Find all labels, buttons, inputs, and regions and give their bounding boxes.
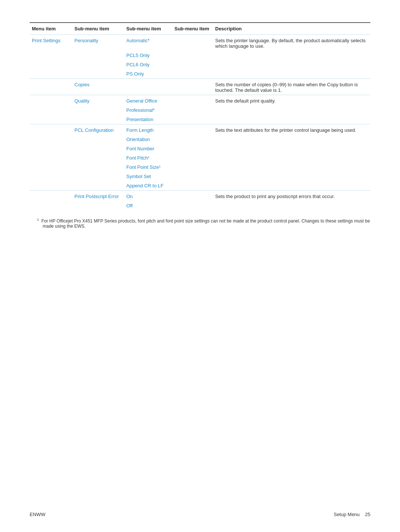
- cell-sub1: Personality: [72, 35, 124, 51]
- cell-sub3: [172, 181, 213, 191]
- col-header-sub3: Sub-menu item: [172, 23, 213, 35]
- cell-menu-item: [30, 106, 72, 115]
- cell-sub3: [172, 153, 213, 163]
- cell-sub1: [72, 51, 124, 60]
- table-row: Presentation: [30, 115, 370, 124]
- cell-sub3: [172, 144, 213, 153]
- footnote-marker: 1: [37, 218, 39, 221]
- cell-menu-item: [30, 201, 72, 210]
- cell-description: [213, 172, 370, 181]
- cell-sub1: Print Postscript Error: [72, 191, 124, 201]
- cell-sub3: [172, 172, 213, 181]
- cell-menu-item: [30, 163, 72, 172]
- cell-description: [213, 135, 370, 144]
- cell-sub2: Symbol Set: [124, 172, 172, 181]
- cell-sub2: Automatic*: [124, 35, 172, 51]
- cell-menu-item: Print Settings: [30, 35, 72, 51]
- cell-menu-item: [30, 144, 72, 153]
- cell-sub3: [172, 201, 213, 210]
- cell-sub1: [72, 69, 124, 79]
- cell-sub3: [172, 51, 213, 60]
- table-row: Print SettingsPersonalityAutomatic*Sets …: [30, 35, 370, 51]
- footer-right: Setup Menu 25: [334, 512, 370, 517]
- table-row: Off: [30, 201, 370, 210]
- cell-description: Sets the default print quality.: [213, 95, 370, 106]
- cell-description: Sets the text attributes for the printer…: [213, 124, 370, 135]
- cell-menu-item: [30, 191, 72, 201]
- cell-description: [213, 69, 370, 79]
- page-container: Menu item Sub-menu item Sub-menu item Su…: [0, 0, 400, 258]
- cell-sub3: [172, 124, 213, 135]
- cell-sub2: Append CR to LF: [124, 181, 172, 191]
- cell-menu-item: [30, 153, 72, 163]
- cell-menu-item: [30, 95, 72, 106]
- cell-menu-item: [30, 135, 72, 144]
- table-row: PS Only: [30, 69, 370, 79]
- cell-sub2: Professional*: [124, 106, 172, 115]
- col-header-sub1: Sub-menu item: [72, 23, 124, 35]
- cell-sub3: [172, 106, 213, 115]
- cell-sub1: [72, 181, 124, 191]
- cell-menu-item: [30, 60, 72, 69]
- cell-description: [213, 106, 370, 115]
- cell-sub2: Off: [124, 201, 172, 210]
- table-row: QualityGeneral OfficeSets the default pr…: [30, 95, 370, 106]
- cell-description: [213, 51, 370, 60]
- cell-sub1: [72, 115, 124, 124]
- cell-sub2: PS Only: [124, 69, 172, 79]
- cell-menu-item: [30, 51, 72, 60]
- cell-sub1: [72, 60, 124, 69]
- cell-sub3: [172, 35, 213, 51]
- cell-sub1: [72, 144, 124, 153]
- cell-sub3: [172, 79, 213, 95]
- cell-sub2: PCL6 Only: [124, 60, 172, 69]
- cell-menu-item: [30, 115, 72, 124]
- cell-menu-item: [30, 172, 72, 181]
- cell-sub3: [172, 60, 213, 69]
- cell-description: [213, 181, 370, 191]
- cell-sub2: Orientation: [124, 135, 172, 144]
- cell-menu-item: [30, 79, 72, 95]
- cell-description: [213, 144, 370, 153]
- cell-sub2: Font Pitch¹: [124, 153, 172, 163]
- settings-table: Menu item Sub-menu item Sub-menu item Su…: [30, 22, 370, 210]
- cell-sub1: [72, 135, 124, 144]
- cell-sub1: Copies: [72, 79, 124, 95]
- cell-sub3: [172, 135, 213, 144]
- cell-sub2: Font Point Size¹: [124, 163, 172, 172]
- cell-description: [213, 153, 370, 163]
- cell-description: [213, 60, 370, 69]
- cell-sub3: [172, 95, 213, 106]
- cell-sub3: [172, 191, 213, 201]
- cell-description: Sets the product to print any postscript…: [213, 191, 370, 201]
- cell-description: Sets the printer language. By default, t…: [213, 35, 370, 51]
- cell-sub1: Quality: [72, 95, 124, 106]
- cell-description: Sets the number of copies (0–99) to make…: [213, 79, 370, 95]
- cell-sub2: General Office: [124, 95, 172, 106]
- cell-menu-item: [30, 69, 72, 79]
- table-row: Append CR to LF: [30, 181, 370, 191]
- table-row: Font Pitch¹: [30, 153, 370, 163]
- cell-sub1: [72, 106, 124, 115]
- cell-sub3: [172, 69, 213, 79]
- table-row: Font Number: [30, 144, 370, 153]
- cell-sub2: On: [124, 191, 172, 201]
- footnote-text: 1 For HP Officejet Pro X451 MFP Series p…: [37, 218, 370, 229]
- cell-sub2: Presentation: [124, 115, 172, 124]
- table-header-row: Menu item Sub-menu item Sub-menu item Su…: [30, 23, 370, 35]
- cell-sub2: PCL5 Only: [124, 51, 172, 60]
- footnote-area: 1 For HP Officejet Pro X451 MFP Series p…: [30, 218, 370, 229]
- table-row: Print Postscript ErrorOnSets the product…: [30, 191, 370, 201]
- cell-sub1: [72, 153, 124, 163]
- table-row: Orientation: [30, 135, 370, 144]
- cell-sub3: [172, 163, 213, 172]
- cell-menu-item: [30, 181, 72, 191]
- footer-left: ENWW: [30, 512, 46, 517]
- cell-sub1: [72, 172, 124, 181]
- table-row: PCL6 Only: [30, 60, 370, 69]
- cell-description: [213, 163, 370, 172]
- cell-description: [213, 201, 370, 210]
- table-row: Symbol Set: [30, 172, 370, 181]
- cell-sub2: Form Length: [124, 124, 172, 135]
- table-row: Professional*: [30, 106, 370, 115]
